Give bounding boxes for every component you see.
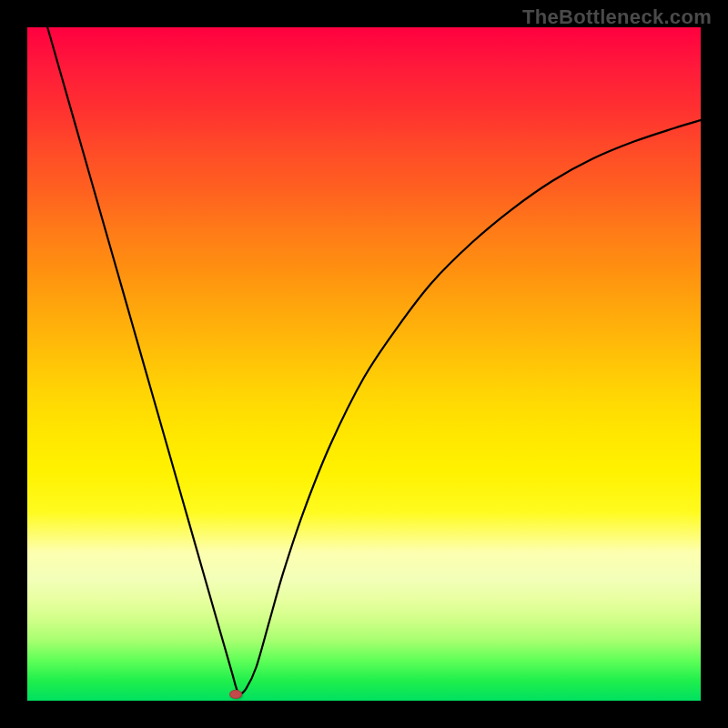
min-point-marker (229, 690, 242, 699)
watermark-text: TheBottleneck.com (522, 5, 712, 29)
chart-frame: TheBottleneck.com (0, 0, 728, 728)
curve-layer (27, 27, 701, 701)
